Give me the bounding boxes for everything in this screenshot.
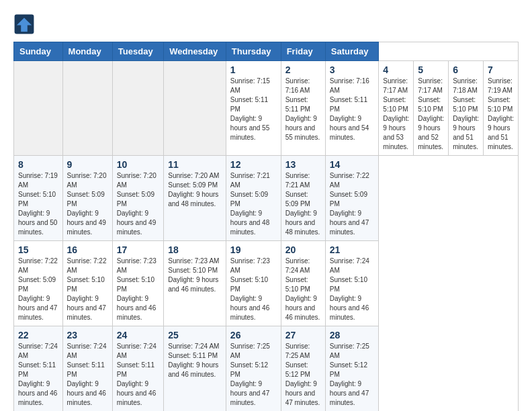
day-detail: Sunrise: 7:24 AMSunset: 5:11 PMDaylight:…: [18, 342, 58, 408]
calendar-cell: 17Sunrise: 7:23 AMSunset: 5:10 PMDayligh…: [112, 241, 163, 326]
header-monday: Monday: [62, 42, 112, 61]
calendar-cell: 28Sunrise: 7:25 AMSunset: 5:12 PMDayligh…: [325, 326, 379, 412]
calendar-cell: 22Sunrise: 7:24 AMSunset: 5:11 PMDayligh…: [14, 326, 63, 412]
day-number: 10: [117, 159, 159, 170]
day-number: 22: [18, 330, 58, 340]
calendar-cell: 14Sunrise: 7:22 AMSunset: 5:09 PMDayligh…: [325, 156, 379, 241]
week-row-4: 22Sunrise: 7:24 AMSunset: 5:11 PMDayligh…: [14, 326, 519, 412]
calendar-cell: 23Sunrise: 7:24 AMSunset: 5:11 PMDayligh…: [62, 326, 112, 412]
calendar-cell: 26Sunrise: 7:25 AMSunset: 5:12 PMDayligh…: [226, 326, 281, 412]
calendar-cell: [164, 61, 226, 156]
day-number: 15: [18, 244, 58, 255]
day-detail: Sunrise: 7:19 AMSunset: 5:10 PMDaylight:…: [18, 171, 58, 237]
day-detail: Sunrise: 7:16 AMSunset: 5:11 PMDaylight:…: [285, 77, 321, 142]
calendar-cell: 18Sunrise: 7:23 AMSunset: 5:10 PMDayligh…: [164, 241, 226, 326]
day-number: 7: [488, 64, 514, 75]
header-friday: Friday: [281, 42, 325, 61]
day-detail: Sunrise: 7:24 AMSunset: 5:11 PMDaylight:…: [117, 342, 159, 408]
week-row-3: 15Sunrise: 7:22 AMSunset: 5:09 PMDayligh…: [14, 241, 519, 326]
day-detail: Sunrise: 7:17 AMSunset: 5:10 PMDaylight:…: [383, 77, 409, 152]
day-number: 13: [285, 159, 321, 170]
calendar-cell: 1Sunrise: 7:15 AMSunset: 5:11 PMDaylight…: [226, 61, 281, 156]
day-number: 3: [330, 64, 375, 75]
day-detail: Sunrise: 7:18 AMSunset: 5:10 PMDaylight:…: [453, 77, 479, 152]
day-number: 21: [330, 244, 375, 255]
day-detail: Sunrise: 7:23 AMSunset: 5:10 PMDaylight:…: [117, 257, 159, 322]
day-detail: Sunrise: 7:25 AMSunset: 5:12 PMDaylight:…: [330, 342, 375, 408]
calendar-cell: 21Sunrise: 7:24 AMSunset: 5:10 PMDayligh…: [325, 241, 379, 326]
header-wednesday: Wednesday: [164, 42, 226, 61]
day-detail: Sunrise: 7:24 AMSunset: 5:10 PMDaylight:…: [330, 257, 375, 322]
calendar-cell: 4Sunrise: 7:17 AMSunset: 5:10 PMDaylight…: [379, 61, 414, 156]
page-header: [13, 13, 519, 35]
calendar-cell: 13Sunrise: 7:21 AMSunset: 5:09 PMDayligh…: [281, 156, 325, 241]
day-number: 24: [117, 330, 159, 340]
header-row: SundayMondayTuesdayWednesdayThursdayFrid…: [14, 42, 519, 61]
day-number: 4: [383, 64, 409, 75]
day-number: 11: [168, 159, 222, 170]
day-detail: Sunrise: 7:21 AMSunset: 5:09 PMDaylight:…: [230, 171, 277, 237]
day-detail: Sunrise: 7:24 AMSunset: 5:11 PMDaylight:…: [67, 342, 108, 408]
calendar-cell: 3Sunrise: 7:16 AMSunset: 5:11 PMDaylight…: [325, 61, 379, 156]
week-row-2: 8Sunrise: 7:19 AMSunset: 5:10 PMDaylight…: [14, 156, 519, 241]
header-thursday: Thursday: [226, 42, 281, 61]
day-detail: Sunrise: 7:20 AMSunset: 5:09 PMDaylight:…: [67, 171, 108, 237]
calendar-cell: 7Sunrise: 7:19 AMSunset: 5:10 PMDaylight…: [484, 61, 519, 156]
day-number: 19: [230, 244, 277, 255]
day-detail: Sunrise: 7:22 AMSunset: 5:09 PMDaylight:…: [18, 257, 58, 322]
calendar-cell: 11Sunrise: 7:20 AMSunset: 5:09 PMDayligh…: [164, 156, 226, 241]
calendar-cell: 20Sunrise: 7:24 AMSunset: 5:10 PMDayligh…: [281, 241, 325, 326]
day-number: 18: [168, 244, 222, 255]
day-detail: Sunrise: 7:15 AMSunset: 5:11 PMDaylight:…: [230, 77, 277, 142]
day-detail: Sunrise: 7:20 AMSunset: 5:09 PMDaylight:…: [168, 171, 222, 209]
day-detail: Sunrise: 7:22 AMSunset: 5:10 PMDaylight:…: [67, 257, 108, 322]
calendar-cell: [112, 61, 163, 156]
week-row-1: 1Sunrise: 7:15 AMSunset: 5:11 PMDaylight…: [14, 61, 519, 156]
day-detail: Sunrise: 7:19 AMSunset: 5:10 PMDaylight:…: [488, 77, 514, 152]
day-number: 28: [330, 330, 375, 340]
day-number: 8: [18, 159, 58, 170]
day-number: 2: [285, 64, 321, 75]
day-detail: Sunrise: 7:20 AMSunset: 5:09 PMDaylight:…: [117, 171, 159, 237]
calendar-cell: 6Sunrise: 7:18 AMSunset: 5:10 PMDaylight…: [449, 61, 484, 156]
day-number: 26: [230, 330, 277, 340]
day-detail: Sunrise: 7:16 AMSunset: 5:11 PMDaylight:…: [330, 77, 375, 142]
day-detail: Sunrise: 7:23 AMSunset: 5:10 PMDaylight:…: [168, 257, 222, 294]
day-number: 20: [285, 244, 321, 255]
day-detail: Sunrise: 7:22 AMSunset: 5:09 PMDaylight:…: [330, 171, 375, 237]
day-number: 5: [418, 64, 444, 75]
day-detail: Sunrise: 7:25 AMSunset: 5:12 PMDaylight:…: [230, 342, 277, 408]
day-number: 6: [453, 64, 479, 75]
day-detail: Sunrise: 7:23 AMSunset: 5:10 PMDaylight:…: [230, 257, 277, 322]
day-detail: Sunrise: 7:24 AMSunset: 5:11 PMDaylight:…: [168, 342, 222, 379]
calendar-cell: 5Sunrise: 7:17 AMSunset: 5:10 PMDaylight…: [414, 61, 449, 156]
header-saturday: Saturday: [325, 42, 379, 61]
day-detail: Sunrise: 7:21 AMSunset: 5:09 PMDaylight:…: [285, 171, 321, 237]
day-number: 1: [230, 64, 277, 75]
calendar-cell: 12Sunrise: 7:21 AMSunset: 5:09 PMDayligh…: [226, 156, 281, 241]
day-detail: Sunrise: 7:17 AMSunset: 5:10 PMDaylight:…: [418, 77, 444, 152]
calendar-cell: 10Sunrise: 7:20 AMSunset: 5:09 PMDayligh…: [112, 156, 163, 241]
calendar-cell: 15Sunrise: 7:22 AMSunset: 5:09 PMDayligh…: [14, 241, 63, 326]
calendar-cell: [62, 61, 112, 156]
logo-icon: [13, 13, 35, 35]
calendar-cell: 8Sunrise: 7:19 AMSunset: 5:10 PMDaylight…: [14, 156, 63, 241]
calendar-cell: 2Sunrise: 7:16 AMSunset: 5:11 PMDaylight…: [281, 61, 325, 156]
calendar-cell: 19Sunrise: 7:23 AMSunset: 5:10 PMDayligh…: [226, 241, 281, 326]
day-detail: Sunrise: 7:24 AMSunset: 5:10 PMDaylight:…: [285, 257, 321, 322]
day-number: 25: [168, 330, 222, 340]
calendar-cell: 16Sunrise: 7:22 AMSunset: 5:10 PMDayligh…: [62, 241, 112, 326]
day-number: 16: [67, 244, 108, 255]
day-number: 17: [117, 244, 159, 255]
day-number: 9: [67, 159, 108, 170]
calendar-cell: 9Sunrise: 7:20 AMSunset: 5:09 PMDaylight…: [62, 156, 112, 241]
day-number: 23: [67, 330, 108, 340]
day-detail: Sunrise: 7:25 AMSunset: 5:12 PMDaylight:…: [285, 342, 321, 408]
logo: [13, 13, 38, 35]
calendar-cell: [14, 61, 63, 156]
header-sunday: Sunday: [14, 42, 63, 61]
header-tuesday: Tuesday: [112, 42, 163, 61]
calendar-cell: 27Sunrise: 7:25 AMSunset: 5:12 PMDayligh…: [281, 326, 325, 412]
day-number: 12: [230, 159, 277, 170]
calendar-table: SundayMondayTuesdayWednesdayThursdayFrid…: [13, 42, 519, 411]
